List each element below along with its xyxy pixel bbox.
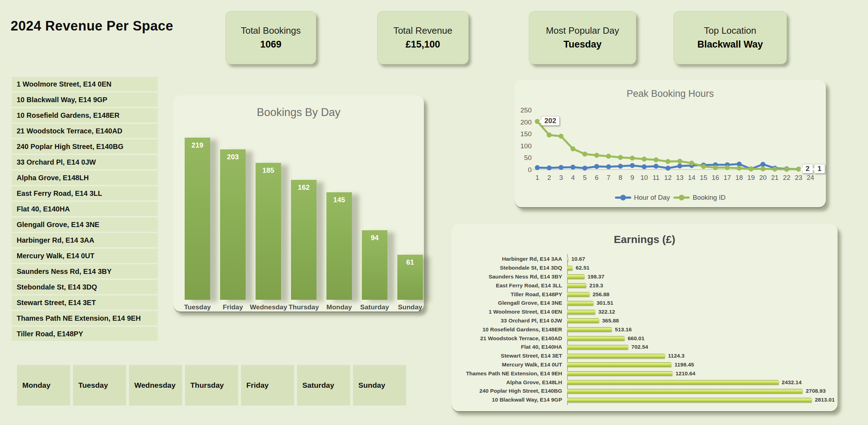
location-slicer-item[interactable]: Tiller Road, E148PY (12, 327, 158, 341)
earnings-category-label: Stebondale St, E14 3DQ (452, 265, 567, 271)
earnings-row: Flat 40, E140HA702.54 (452, 343, 838, 352)
bookings-category-label: Friday (214, 303, 251, 311)
earnings-value-label: 301.51 (597, 300, 613, 306)
earnings-chart: Earnings (£) Harbinger Rd, E14 3AA10.67S… (452, 224, 838, 411)
booking-id-point (547, 133, 552, 138)
location-slicer-item[interactable]: 240 Poplar High Street, E140BG (12, 139, 158, 154)
kpi-card-total-revenue: Total Revenue £15,100 (377, 11, 469, 64)
earnings-bar (567, 354, 665, 358)
earnings-value-label: 1210.64 (676, 370, 695, 377)
kpi-card-top-location: Top Location Blackwall Way (673, 11, 787, 64)
day-slicer-item[interactable]: Wednesday (129, 365, 182, 405)
earnings-row: East Ferry Road, E14 3LL219.3 (452, 281, 838, 290)
bookings-bar: 61 (397, 255, 423, 300)
day-slicer-item[interactable]: Monday (17, 365, 70, 405)
x-tick-label: 4 (571, 174, 575, 181)
earnings-bar (567, 327, 612, 332)
earnings-bar (567, 257, 568, 261)
location-slicer-item[interactable]: Stebondale St, E14 3DQ (12, 280, 158, 294)
hour-of-day-point (677, 164, 682, 169)
kpi-value: Tuesday (564, 39, 602, 50)
data-label-callout: 1 (814, 164, 825, 173)
location-slicer-item[interactable]: 10 Blackwall Way, E14 9GP (12, 93, 158, 107)
day-slicer-item[interactable]: Tuesday (73, 365, 126, 405)
earnings-value-label: 322.12 (598, 309, 615, 315)
x-tick-label: 18 (735, 174, 743, 181)
location-slicer-item[interactable]: Stewart Street, E14 3ET (12, 296, 158, 310)
earnings-row: 33 Orchard Pl, E14 0JW365.88 (452, 316, 838, 325)
hour-of-day-point (761, 162, 766, 167)
earnings-category-label: 21 Woodstock Terrace, E140AD (452, 335, 567, 342)
booking-id-point (666, 159, 671, 164)
location-slicer-item[interactable]: Mercury Walk, E14 0UT (12, 249, 158, 263)
location-slicer-item[interactable]: Harbinger Rd, E14 3AA (12, 233, 158, 247)
kpi-label: Total Bookings (241, 25, 301, 36)
booking-id-point (784, 167, 789, 172)
earnings-value-label: 513.16 (615, 326, 632, 333)
legend-marker (673, 197, 690, 199)
legend-item[interactable]: Booking ID (673, 194, 726, 202)
day-slicer-item[interactable]: Sunday (353, 365, 406, 405)
hour-of-day-point (559, 165, 564, 170)
x-tick-label: 8 (618, 174, 622, 181)
earnings-row: Stewart Street, E14 3ET1124.3 (452, 352, 838, 360)
location-slicer-item[interactable]: 1 Woolmore Street, E14 0EN (12, 77, 158, 91)
location-slicer-item[interactable]: Alpha Grove, E148LH (12, 171, 158, 185)
x-tick-label: 20 (759, 174, 767, 181)
hour-of-day-point (654, 164, 659, 169)
y-tick-label: 50 (524, 154, 532, 161)
bookings-category-label: Wednesday (250, 303, 287, 311)
legend-label: Hour of Day (634, 194, 670, 202)
booking-id-point (737, 166, 742, 171)
bookings-bar: 203 (220, 149, 246, 300)
legend-item[interactable]: Hour of Day (615, 194, 670, 202)
earnings-value-label: 1124.3 (668, 353, 685, 359)
x-tick-label: 3 (559, 174, 563, 181)
kpi-value: £15,100 (405, 39, 440, 50)
y-tick-label: 200 (520, 118, 532, 126)
bookings-bar: 94 (362, 230, 387, 300)
location-slicer-item[interactable]: 10 Rosefield Gardens, E148ER (12, 108, 158, 122)
earnings-category-label: Glengall Grove, E14 3NE (452, 300, 567, 306)
booking-id-point (582, 151, 587, 156)
day-slicer-item[interactable]: Friday (241, 365, 294, 405)
earnings-rows: Harbinger Rd, E14 3AA10.67Stebondale St,… (452, 255, 838, 404)
chart-legend: Hour of DayBooking ID (515, 194, 826, 202)
x-tick-label: 19 (747, 174, 755, 181)
location-slicer-item[interactable]: 33 Orchard Pl, E14 0JW (12, 155, 158, 169)
bookings-bar: 162 (291, 180, 317, 300)
day-slicer-item[interactable]: Saturday (297, 365, 350, 405)
earnings-value-label: 198.37 (588, 274, 604, 280)
x-tick-label: 15 (700, 174, 707, 181)
earnings-value-label: 2432.14 (782, 379, 802, 386)
location-slicer-item[interactable]: 21 Woodstock Terrace, E140AD (12, 124, 158, 138)
chart-title: Earnings (£) (452, 233, 838, 245)
earnings-bar (567, 362, 671, 367)
x-tick-label: 16 (712, 174, 719, 181)
kpi-card-most-popular-day: Most Popular Day Tuesday (529, 11, 636, 64)
earnings-value-label: 2813.01 (815, 397, 835, 403)
earnings-category-label: Alpha Grove, E148LH (452, 379, 567, 386)
earnings-value-label: 62.51 (576, 265, 589, 271)
x-tick-label: 1 (536, 174, 539, 181)
x-tick-label: 11 (653, 174, 660, 181)
earnings-category-label: 240 Poplar High Street, E140BG (452, 388, 567, 394)
bookings-category-label: Sunday (392, 303, 429, 311)
booking-id-point (642, 156, 647, 161)
location-slicer: 1 Woolmore Street, E14 0EN10 Blackwall W… (12, 77, 158, 342)
booking-id-point (761, 166, 766, 171)
location-slicer-item[interactable]: Thames Path NE Extension, E14 9EH (12, 311, 158, 325)
location-slicer-item[interactable]: East Ferry Road, E14 3LL (12, 186, 158, 200)
hour-of-day-point (594, 164, 599, 169)
location-slicer-item[interactable]: Flat 40, E140HA (12, 202, 158, 216)
location-slicer-item[interactable]: Saunders Ness Rd, E14 3BY (12, 264, 158, 278)
day-slicer-item[interactable]: Thursday (185, 365, 238, 405)
bookings-value-label: 61 (397, 258, 423, 266)
earnings-bar (567, 398, 812, 402)
earnings-category-label: Flat 40, E140HA (452, 344, 567, 350)
bookings-value-label: 162 (291, 183, 317, 192)
earnings-value-label: 660.01 (628, 335, 644, 342)
earnings-bar (567, 389, 802, 393)
earnings-category-label: 10 Blackwall Way, E14 9GP (452, 397, 567, 403)
location-slicer-item[interactable]: Glengall Grove, E14 3NE (12, 217, 158, 232)
